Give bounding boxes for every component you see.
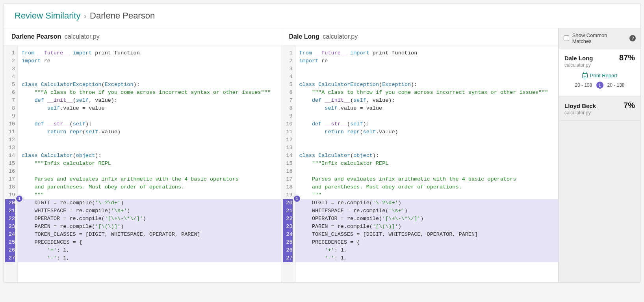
line-number: 20 [283, 199, 293, 207]
line-number: 14 [5, 152, 15, 160]
line-number: 13 [283, 144, 293, 152]
match-file: calculator.py [564, 110, 635, 116]
help-icon[interactable]: ? [629, 35, 636, 41]
code-line: PAREN = re.compile('[\(\)]') [18, 223, 281, 231]
app-container: Review Similarity › Darlene Pearson Darl… [3, 3, 641, 283]
right-code-area[interactable]: 1234567891011121314151617181920212223242… [281, 45, 559, 282]
line-number: 25 [5, 239, 15, 246]
code-line: return repr(self.value) [295, 128, 559, 136]
match-card[interactable]: Lloyd Beck7%calculator.py [559, 96, 640, 121]
line-number: 26 [5, 246, 15, 254]
code-line: from __future__ import print_function [18, 49, 281, 57]
code-line [18, 144, 281, 152]
code-line: class Calculator(object): [295, 152, 559, 160]
code-line: DIGIT = re.compile('\-?\d+') [18, 199, 281, 207]
code-line [295, 65, 559, 73]
line-number: 3 [283, 65, 293, 73]
line-number: 2 [5, 57, 15, 65]
line-number: 6 [283, 89, 293, 97]
code-line [295, 144, 559, 152]
sidebar: Show Common Matches ? Dale Long87%calcul… [559, 28, 640, 282]
line-number: 11 [283, 128, 293, 136]
left-file-name: calculator.py [65, 33, 100, 40]
line-number: 12 [283, 136, 293, 144]
line-number: 23 [283, 223, 293, 231]
code-line: WHITESPACE = re.compile('\s+') [295, 207, 559, 215]
line-number: 3 [5, 65, 15, 73]
page-header: Review Similarity › Darlene Pearson [4, 4, 640, 28]
line-number: 15 [5, 160, 15, 168]
code-line: from __future__ import print_function [295, 49, 559, 57]
code-line: Parses and evaluates infix arithmetic wi… [18, 175, 281, 183]
breadcrumb-root[interactable]: Review Similarity [15, 11, 80, 21]
line-number: 7 [5, 97, 15, 104]
code-line [295, 168, 559, 175]
line-number: 13 [5, 144, 15, 152]
line-number: 5 [283, 81, 293, 89]
show-common-label: Show Common Matches [572, 32, 627, 44]
code-line: """A class to throw if you come across i… [18, 89, 281, 97]
left-code-area[interactable]: 1234567891011121314151617181920212223242… [4, 45, 281, 282]
line-number: 9 [283, 112, 293, 120]
line-number: 16 [5, 168, 15, 175]
right-file-name: calculator.py [323, 33, 358, 40]
line-number: 27 [5, 254, 15, 262]
code-line: def __init__(self, value): [18, 97, 281, 104]
line-number: 27 [283, 254, 293, 262]
line-number: 8 [283, 104, 293, 112]
code-line: DIGIT = re.compile('\-?\d+') [295, 199, 559, 207]
right-code: from __future__ import print_functionimp… [295, 45, 559, 282]
match-name: Lloyd Beck [564, 103, 596, 109]
right-pane-header: Dale Long calculator.py [281, 28, 559, 45]
line-number: 4 [5, 73, 15, 81]
code-line [295, 136, 559, 144]
right-student-name: Dale Long [289, 33, 319, 40]
code-line: and parentheses. Must obey order of oper… [18, 183, 281, 191]
line-number: 21 [5, 207, 15, 215]
line-number: 17 [5, 175, 15, 183]
code-line: self.value = value [295, 104, 559, 112]
code-line [18, 112, 281, 120]
match-badge-right[interactable]: 1 [293, 195, 301, 203]
code-line: """A class to throw if you come across i… [295, 89, 559, 97]
code-line: """Infix calculator REPL [18, 160, 281, 168]
line-number: 10 [283, 120, 293, 128]
code-line [18, 168, 281, 175]
code-line: '-': 1, [18, 254, 281, 262]
code-line: PRECEDENCES = { [295, 239, 559, 246]
main-body: Darlene Pearson calculator.py 1234567891… [4, 28, 640, 282]
line-number: 23 [5, 223, 15, 231]
line-number: 21 [283, 207, 293, 215]
line-number: 9 [5, 112, 15, 120]
code-line: self.value = value [18, 104, 281, 112]
match-card[interactable]: Dale Long87%calculator.pyPrint Report20 … [559, 48, 640, 96]
show-common-checkbox[interactable] [564, 35, 569, 41]
line-number: 24 [283, 231, 293, 239]
line-number: 2 [283, 57, 293, 65]
code-line: def __str__(self): [295, 120, 559, 128]
show-common-row: Show Common Matches ? [559, 28, 640, 48]
line-number: 18 [5, 183, 15, 191]
match-range-row[interactable]: 20 - 138120 - 138 [564, 82, 635, 89]
line-number: 7 [283, 97, 293, 104]
code-line: class CalculatorException(Exception): [18, 81, 281, 89]
line-number: 25 [283, 239, 293, 246]
left-student-name: Darlene Pearson [11, 33, 61, 40]
line-number: 26 [283, 246, 293, 254]
code-line: import re [18, 57, 281, 65]
line-number: 19 [283, 191, 293, 199]
code-line: WHITESPACE = re.compile('\s+') [18, 207, 281, 215]
code-line [18, 73, 281, 81]
code-line: '+': 1, [295, 246, 559, 254]
code-line [295, 112, 559, 120]
code-line: PRECEDENCES = { [18, 239, 281, 246]
code-line: PAREN = re.compile('[\(\)]') [295, 223, 559, 231]
line-number: 10 [5, 120, 15, 128]
chevron-right-icon: › [84, 11, 87, 20]
right-gutter: 1234567891011121314151617181920212223242… [281, 45, 295, 282]
left-pane-header: Darlene Pearson calculator.py [4, 28, 281, 45]
code-line [295, 73, 559, 81]
match-badge-left[interactable]: 1 [15, 195, 23, 203]
match-percent: 87% [619, 53, 635, 62]
print-report-link[interactable]: Print Report [564, 73, 635, 78]
